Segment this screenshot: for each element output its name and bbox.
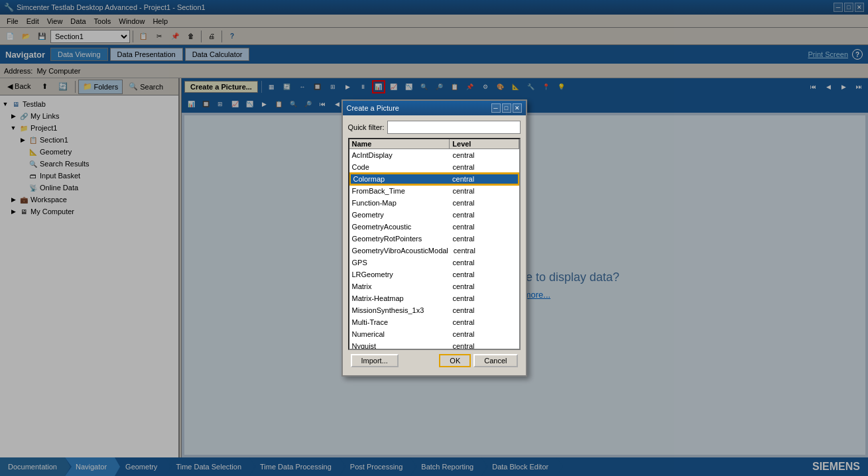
row-level: central [451,246,519,255]
modal-titlebar: Create a Picture ─ □ ✕ [343,101,526,115]
footer-right: OK Cancel [439,354,517,367]
list-row[interactable]: GeometryVibroAcousticModalcentral [349,245,519,257]
row-level: central [450,174,517,184]
footer-left: Import... [351,354,399,367]
modal-body: Quick filter: Name Level AcIntDisplaycen… [343,115,526,375]
row-level: central [450,210,519,219]
row-name: Geometry [349,210,450,219]
list-row[interactable]: AcIntDisplaycentral [349,149,519,161]
row-level: central [450,270,519,279]
level-column-header: Level [450,139,519,149]
quick-filter-input[interactable] [387,121,521,134]
list-row[interactable]: Geometrycentral [349,209,519,221]
row-name: LRGeometry [349,270,450,279]
row-name: Multi-Trace [349,318,450,327]
row-name: GPS [349,258,450,267]
modal-footer: Import... OK Cancel [348,350,521,370]
modal-controls: ─ □ ✕ [491,103,522,113]
list-row[interactable]: GPScentral [349,257,519,268]
list-row[interactable]: GeometryAcousticcentral [349,221,519,233]
list-rows-container: AcIntDisplaycentralCodecentralColormapce… [349,149,519,350]
list-row[interactable]: GeometryRotPointerscentral [349,233,519,245]
row-name: GeometryAcoustic [349,222,450,231]
row-level: central [450,198,519,208]
list-header: Name Level [349,139,519,149]
list-row[interactable]: Numericalcentral [349,328,519,340]
row-name: Function-Map [349,198,450,208]
row-level: central [450,318,519,327]
list-row[interactable]: Multi-Tracecentral [349,316,519,328]
row-name: Code [349,162,450,172]
row-level: central [450,306,519,315]
picture-type-list[interactable]: Name Level AcIntDisplaycentralCodecentra… [348,138,521,350]
row-level: central [450,162,519,172]
row-level: central [450,186,519,196]
modal-minimize-button[interactable]: ─ [491,103,501,113]
row-level: central [450,329,519,339]
row-name: GeometryVibroAcousticModal [349,246,451,255]
import-button[interactable]: Import... [351,354,399,367]
list-row[interactable]: FromBack_Timecentral [349,185,519,197]
modal-maximize-button[interactable]: □ [502,103,511,113]
list-row[interactable]: Matrixcentral [349,280,519,292]
row-level: central [450,258,519,267]
list-row[interactable]: Nyquistcentral [349,340,519,350]
list-row[interactable]: Matrix-Heatmapcentral [349,292,519,304]
row-name: Matrix-Heatmap [349,294,450,303]
list-row[interactable]: MissionSynthesis_1x3central [349,304,519,316]
row-level: central [450,282,519,291]
row-name: Colormap [351,174,450,184]
row-name: AcIntDisplay [349,150,450,160]
filter-row: Quick filter: [348,121,521,134]
cancel-button[interactable]: Cancel [473,354,517,367]
row-level: central [450,341,519,350]
row-level: central [450,222,519,231]
create-picture-dialog: Create a Picture ─ □ ✕ Quick filter: Nam… [341,99,527,377]
row-name: GeometryRotPointers [349,234,450,243]
row-level: central [450,150,519,160]
name-column-header: Name [349,139,450,149]
filter-label: Quick filter: [348,123,385,131]
row-level: central [450,234,519,243]
ok-button[interactable]: OK [439,354,471,367]
list-row[interactable]: LRGeometrycentral [349,268,519,280]
list-row[interactable]: Function-Mapcentral [349,197,519,209]
row-name: FromBack_Time [349,186,450,196]
row-name: Nyquist [349,341,450,350]
modal-overlay: Create a Picture ─ □ ✕ Quick filter: Nam… [0,0,868,476]
row-name: Numerical [349,329,450,339]
list-row[interactable]: Codecentral [349,161,519,173]
row-level: central [450,294,519,303]
row-name: MissionSynthesis_1x3 [349,306,450,315]
modal-title: Create a Picture [347,104,491,112]
modal-close-button[interactable]: ✕ [513,103,522,113]
list-row[interactable]: Colormapcentral [349,173,519,185]
row-name: Matrix [349,282,450,291]
